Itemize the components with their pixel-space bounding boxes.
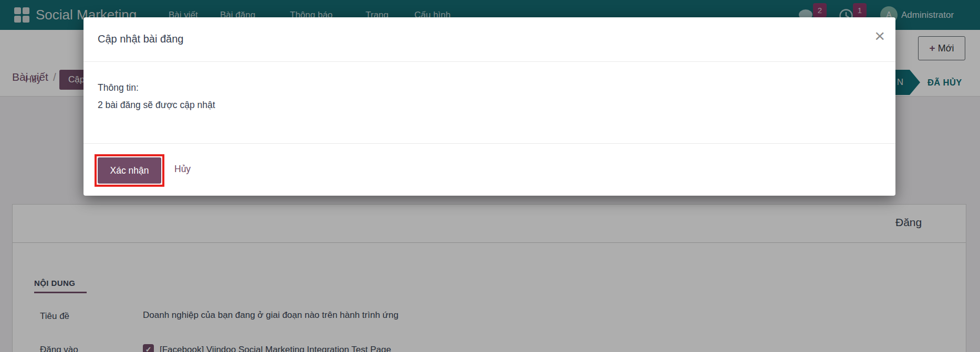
- dialog-body: Thông tin: 2 bài đăng sẽ được cập nhật: [98, 79, 215, 114]
- dialog-footer: Xác nhận Hủy: [84, 143, 895, 196]
- dialog-header: Cập nhật bài đăng ×: [84, 17, 895, 62]
- dialog-info-detail: 2 bài đăng sẽ được cập nhật: [98, 97, 215, 114]
- dialog-cancel-button[interactable]: Hủy: [174, 164, 191, 175]
- update-posts-dialog: Cập nhật bài đăng × Thông tin: 2 bài đăn…: [84, 17, 895, 196]
- confirm-button[interactable]: Xác nhận: [98, 157, 161, 184]
- dialog-title: Cập nhật bài đăng: [98, 33, 183, 45]
- close-icon[interactable]: ×: [874, 27, 885, 45]
- red-highlight-annotation: Xác nhận: [95, 154, 164, 187]
- dialog-info-label: Thông tin:: [98, 79, 215, 97]
